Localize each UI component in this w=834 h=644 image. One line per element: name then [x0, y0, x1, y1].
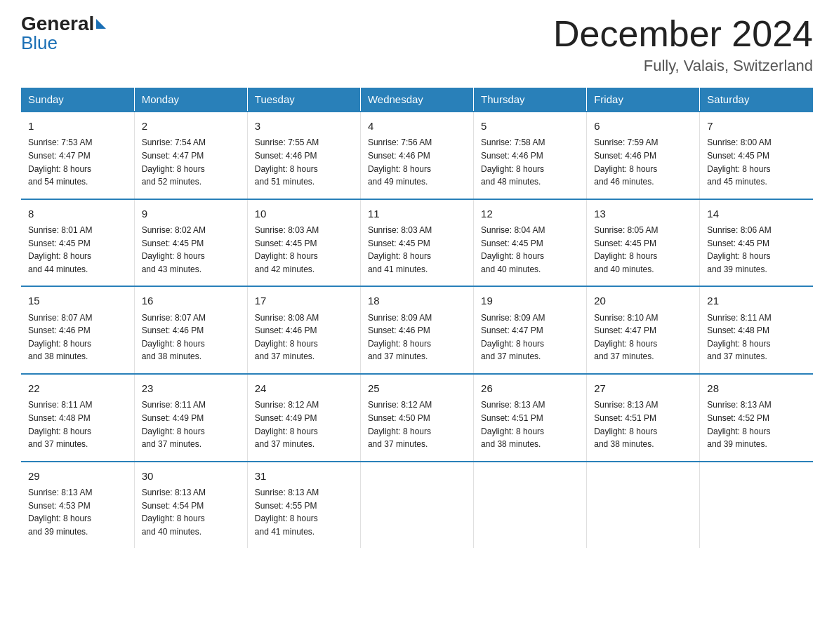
- day-number: 21: [707, 293, 806, 309]
- table-row: 26Sunrise: 8:13 AMSunset: 4:51 PMDayligh…: [474, 374, 587, 462]
- calendar-week-row: 29Sunrise: 8:13 AMSunset: 4:53 PMDayligh…: [21, 462, 813, 549]
- table-row: 12Sunrise: 8:04 AMSunset: 4:45 PMDayligh…: [474, 199, 587, 287]
- table-row: [360, 462, 473, 549]
- day-number: 11: [368, 206, 466, 222]
- day-number: 12: [481, 206, 579, 222]
- calendar-table: Sunday Monday Tuesday Wednesday Thursday…: [21, 88, 813, 548]
- day-number: 3: [255, 118, 353, 134]
- day-number: 29: [28, 468, 127, 484]
- table-row: 14Sunrise: 8:06 AMSunset: 4:45 PMDayligh…: [700, 199, 813, 287]
- day-number: 30: [142, 468, 240, 484]
- day-number: 4: [368, 118, 466, 134]
- table-row: 21Sunrise: 8:11 AMSunset: 4:48 PMDayligh…: [700, 286, 813, 374]
- day-info: Sunrise: 8:13 AMSunset: 4:51 PMDaylight:…: [481, 398, 579, 450]
- table-row: 31Sunrise: 8:13 AMSunset: 4:55 PMDayligh…: [247, 462, 360, 549]
- day-number: 22: [28, 380, 127, 396]
- calendar-week-row: 15Sunrise: 8:07 AMSunset: 4:46 PMDayligh…: [21, 286, 813, 374]
- table-row: 15Sunrise: 8:07 AMSunset: 4:46 PMDayligh…: [21, 286, 134, 374]
- day-info: Sunrise: 8:06 AMSunset: 4:45 PMDaylight:…: [707, 224, 806, 276]
- logo-blue-text: Blue: [21, 32, 58, 54]
- day-info: Sunrise: 8:09 AMSunset: 4:47 PMDaylight:…: [481, 311, 579, 363]
- day-number: 7: [707, 118, 806, 134]
- day-number: 19: [481, 293, 579, 309]
- table-row: 30Sunrise: 8:13 AMSunset: 4:54 PMDayligh…: [134, 462, 247, 549]
- table-row: 1Sunrise: 7:53 AMSunset: 4:47 PMDaylight…: [21, 112, 134, 199]
- col-monday: Monday: [134, 88, 247, 112]
- day-number: 8: [28, 206, 127, 222]
- day-info: Sunrise: 8:13 AMSunset: 4:54 PMDaylight:…: [142, 486, 240, 538]
- table-row: 19Sunrise: 8:09 AMSunset: 4:47 PMDayligh…: [474, 286, 587, 374]
- calendar-week-row: 1Sunrise: 7:53 AMSunset: 4:47 PMDaylight…: [21, 112, 813, 199]
- col-tuesday: Tuesday: [247, 88, 360, 112]
- table-row: 17Sunrise: 8:08 AMSunset: 4:46 PMDayligh…: [247, 286, 360, 374]
- day-number: 18: [368, 293, 466, 309]
- day-info: Sunrise: 7:53 AMSunset: 4:47 PMDaylight:…: [28, 136, 127, 188]
- day-info: Sunrise: 8:03 AMSunset: 4:45 PMDaylight:…: [255, 224, 353, 276]
- day-info: Sunrise: 8:00 AMSunset: 4:45 PMDaylight:…: [707, 136, 806, 188]
- day-number: 25: [368, 380, 466, 396]
- day-number: 6: [594, 118, 692, 134]
- day-info: Sunrise: 7:55 AMSunset: 4:46 PMDaylight:…: [255, 136, 353, 188]
- table-row: 23Sunrise: 8:11 AMSunset: 4:49 PMDayligh…: [134, 374, 247, 462]
- col-saturday: Saturday: [700, 88, 813, 112]
- title-block: December 2024 Fully, Valais, Switzerland: [553, 14, 813, 75]
- table-row: 6Sunrise: 7:59 AMSunset: 4:46 PMDaylight…: [587, 112, 700, 199]
- day-info: Sunrise: 8:13 AMSunset: 4:53 PMDaylight:…: [28, 486, 127, 538]
- day-info: Sunrise: 7:59 AMSunset: 4:46 PMDaylight:…: [594, 136, 692, 188]
- table-row: 7Sunrise: 8:00 AMSunset: 4:45 PMDaylight…: [700, 112, 813, 199]
- day-number: 16: [142, 293, 240, 309]
- table-row: 20Sunrise: 8:10 AMSunset: 4:47 PMDayligh…: [587, 286, 700, 374]
- day-info: Sunrise: 8:13 AMSunset: 4:51 PMDaylight:…: [594, 398, 692, 450]
- day-info: Sunrise: 8:11 AMSunset: 4:48 PMDaylight:…: [28, 398, 127, 450]
- day-info: Sunrise: 8:12 AMSunset: 4:50 PMDaylight:…: [368, 398, 466, 450]
- col-sunday: Sunday: [21, 88, 134, 112]
- day-info: Sunrise: 8:01 AMSunset: 4:45 PMDaylight:…: [28, 224, 127, 276]
- day-number: 31: [255, 468, 353, 484]
- page-header: General Blue December 2024 Fully, Valais…: [21, 14, 813, 75]
- col-wednesday: Wednesday: [360, 88, 473, 112]
- table-row: 8Sunrise: 8:01 AMSunset: 4:45 PMDaylight…: [21, 199, 134, 287]
- day-number: 5: [481, 118, 579, 134]
- table-row: 4Sunrise: 7:56 AMSunset: 4:46 PMDaylight…: [360, 112, 473, 199]
- day-number: 10: [255, 206, 353, 222]
- table-row: [474, 462, 587, 549]
- col-friday: Friday: [587, 88, 700, 112]
- table-row: [700, 462, 813, 549]
- day-number: 15: [28, 293, 127, 309]
- table-row: 9Sunrise: 8:02 AMSunset: 4:45 PMDaylight…: [134, 199, 247, 287]
- table-row: 28Sunrise: 8:13 AMSunset: 4:52 PMDayligh…: [700, 374, 813, 462]
- day-number: 20: [594, 293, 692, 309]
- table-row: 29Sunrise: 8:13 AMSunset: 4:53 PMDayligh…: [21, 462, 134, 549]
- table-row: 24Sunrise: 8:12 AMSunset: 4:49 PMDayligh…: [247, 374, 360, 462]
- day-info: Sunrise: 7:54 AMSunset: 4:47 PMDaylight:…: [142, 136, 240, 188]
- table-row: 25Sunrise: 8:12 AMSunset: 4:50 PMDayligh…: [360, 374, 473, 462]
- table-row: 3Sunrise: 7:55 AMSunset: 4:46 PMDaylight…: [247, 112, 360, 199]
- day-number: 23: [142, 380, 240, 396]
- day-info: Sunrise: 7:58 AMSunset: 4:46 PMDaylight:…: [481, 136, 579, 188]
- day-number: 14: [707, 206, 806, 222]
- day-info: Sunrise: 8:09 AMSunset: 4:46 PMDaylight:…: [368, 311, 466, 363]
- day-number: 27: [594, 380, 692, 396]
- logo-general-text: General: [21, 14, 94, 34]
- day-info: Sunrise: 8:10 AMSunset: 4:47 PMDaylight:…: [594, 311, 692, 363]
- day-number: 13: [594, 206, 692, 222]
- day-info: Sunrise: 8:11 AMSunset: 4:49 PMDaylight:…: [142, 398, 240, 450]
- col-thursday: Thursday: [474, 88, 587, 112]
- logo-arrow-icon: [96, 19, 106, 29]
- day-info: Sunrise: 8:05 AMSunset: 4:45 PMDaylight:…: [594, 224, 692, 276]
- calendar-week-row: 8Sunrise: 8:01 AMSunset: 4:45 PMDaylight…: [21, 199, 813, 287]
- day-info: Sunrise: 8:07 AMSunset: 4:46 PMDaylight:…: [142, 311, 240, 363]
- day-info: Sunrise: 7:56 AMSunset: 4:46 PMDaylight:…: [368, 136, 466, 188]
- month-title: December 2024: [553, 14, 813, 54]
- day-number: 9: [142, 206, 240, 222]
- logo: General Blue: [21, 14, 106, 54]
- table-row: 22Sunrise: 8:11 AMSunset: 4:48 PMDayligh…: [21, 374, 134, 462]
- table-row: 18Sunrise: 8:09 AMSunset: 4:46 PMDayligh…: [360, 286, 473, 374]
- table-row: 13Sunrise: 8:05 AMSunset: 4:45 PMDayligh…: [587, 199, 700, 287]
- calendar-week-row: 22Sunrise: 8:11 AMSunset: 4:48 PMDayligh…: [21, 374, 813, 462]
- table-row: 5Sunrise: 7:58 AMSunset: 4:46 PMDaylight…: [474, 112, 587, 199]
- day-number: 1: [28, 118, 127, 134]
- location-subtitle: Fully, Valais, Switzerland: [553, 57, 813, 75]
- table-row: 27Sunrise: 8:13 AMSunset: 4:51 PMDayligh…: [587, 374, 700, 462]
- day-info: Sunrise: 8:07 AMSunset: 4:46 PMDaylight:…: [28, 311, 127, 363]
